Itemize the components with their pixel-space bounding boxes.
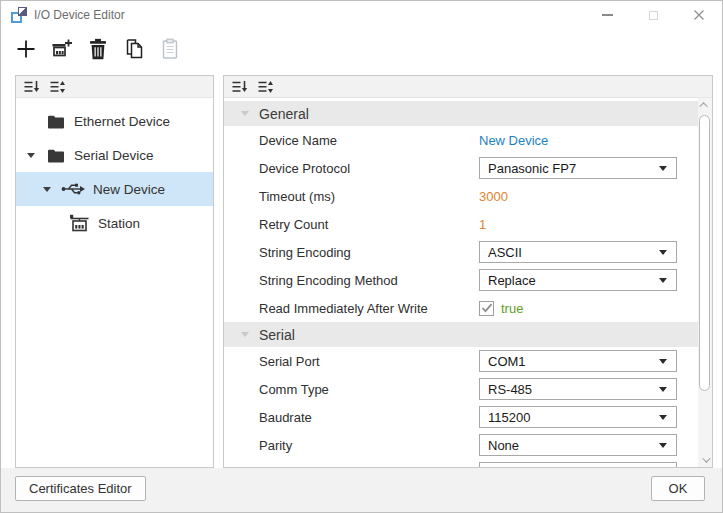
toolbar: [13, 31, 183, 67]
dropdown-value: None: [488, 438, 519, 453]
dropdown-value: Panasonic FP7: [488, 161, 576, 176]
tree-item-new-device[interactable]: New Device: [16, 172, 213, 206]
chevron-up-icon: [699, 102, 707, 110]
close-button[interactable]: [676, 1, 722, 29]
vertical-scrollbar[interactable]: [698, 98, 712, 467]
property-row-baudrate: Baudrate 115200: [224, 403, 698, 431]
folder-icon: [47, 148, 65, 163]
property-row-parity: Parity None: [224, 431, 698, 459]
dropdown-value: 115200: [488, 410, 530, 425]
scroll-up-button[interactable]: [698, 98, 712, 112]
property-row-serial-port: Serial Port COM1: [224, 347, 698, 375]
property-label: Comm Type: [259, 382, 329, 397]
property-panel: General Device Name New Device Device Pr…: [223, 75, 713, 468]
tree-item-label: Station: [98, 216, 140, 231]
add-device-button[interactable]: [13, 35, 39, 63]
chevron-down-icon[interactable]: [27, 153, 35, 158]
section-header-serial[interactable]: Serial: [224, 322, 698, 347]
minimize-icon: [602, 14, 613, 16]
scroll-down-button[interactable]: [698, 453, 712, 467]
copy-icon: [124, 38, 145, 60]
delete-button[interactable]: [85, 35, 111, 63]
tree-item-ethernet-device[interactable]: Ethernet Device: [16, 104, 213, 138]
add-station-button[interactable]: [49, 35, 75, 63]
chevron-down-icon: [659, 443, 667, 448]
read-immediately-checkbox[interactable]: [479, 301, 494, 316]
copy-button[interactable]: [121, 35, 147, 63]
close-icon: [693, 9, 705, 21]
certificates-editor-button[interactable]: Certificates Editor: [15, 476, 146, 501]
device-tree: Ethernet Device Serial Device: [16, 98, 213, 240]
property-row-retry-count: Retry Count 1: [224, 210, 698, 238]
device-name-value[interactable]: New Device: [479, 133, 548, 148]
property-label: Device Protocol: [259, 161, 350, 176]
timeout-value[interactable]: 3000: [479, 189, 508, 204]
property-row-read-immediately: Read Immediately After Write true: [224, 294, 698, 322]
property-row-string-encoding: String Encoding ASCII: [224, 238, 698, 266]
chevron-down-icon: [659, 166, 667, 171]
paste-icon: [160, 38, 180, 60]
property-row-comm-type: Comm Type RS-485: [224, 375, 698, 403]
station-icon: [69, 214, 90, 232]
tree-item-label: Serial Device: [74, 148, 154, 163]
property-label: Read Immediately After Write: [259, 301, 428, 316]
chevron-down-icon[interactable]: [43, 187, 51, 192]
maximize-icon: [649, 11, 658, 20]
property-label: Parity: [259, 438, 292, 453]
chevron-down-icon[interactable]: [241, 332, 249, 337]
baudrate-dropdown[interactable]: 115200: [479, 406, 677, 428]
device-tree-panel: Ethernet Device Serial Device: [15, 75, 214, 468]
delete-icon: [88, 38, 108, 60]
property-label: Data Bits: [259, 466, 312, 468]
property-row-string-encoding-method: String Encoding Method Replace: [224, 266, 698, 294]
device-protocol-dropdown[interactable]: Panasonic FP7: [479, 157, 677, 179]
section-title: General: [259, 106, 309, 122]
property-panel-header: [224, 76, 712, 98]
chevron-down-icon: [659, 250, 667, 255]
title-bar: I/O Device Editor: [1, 1, 722, 29]
string-encoding-dropdown[interactable]: ASCII: [479, 241, 677, 263]
collapse-all-icon[interactable]: [232, 80, 248, 94]
comm-type-dropdown[interactable]: RS-485: [479, 378, 677, 400]
usb-device-icon: [61, 181, 86, 197]
property-grid: General Device Name New Device Device Pr…: [224, 98, 698, 467]
property-row-device-name: Device Name New Device: [224, 126, 698, 154]
dropdown-value: RS-485: [488, 382, 532, 397]
dropdown-value: Replace: [488, 273, 536, 288]
section-title: Serial: [259, 327, 295, 343]
tree-item-label: Ethernet Device: [74, 114, 170, 129]
footer-bar: Certificates Editor OK: [1, 468, 722, 513]
ok-button[interactable]: OK: [651, 476, 705, 501]
chevron-down-icon[interactable]: [241, 111, 249, 116]
string-encoding-method-dropdown[interactable]: Replace: [479, 269, 677, 291]
section-header-general[interactable]: General: [224, 101, 698, 126]
tree-item-label: New Device: [93, 182, 165, 197]
property-label: String Encoding Method: [259, 273, 398, 288]
dropdown-value: ASCII: [488, 245, 522, 260]
dropdown-value: COM1: [488, 354, 526, 369]
minimize-button[interactable]: [584, 1, 630, 29]
maximize-button[interactable]: [630, 1, 676, 29]
tree-item-station[interactable]: Station: [16, 206, 213, 240]
check-icon: [481, 303, 493, 313]
retry-count-value[interactable]: 1: [479, 217, 486, 232]
add-device-icon: [15, 38, 37, 60]
property-label: Serial Port: [259, 354, 320, 369]
chevron-down-icon: [659, 278, 667, 283]
chevron-down-icon: [659, 415, 667, 420]
parity-dropdown[interactable]: None: [479, 434, 677, 456]
collapse-all-icon[interactable]: [24, 80, 40, 94]
property-label: Retry Count: [259, 217, 328, 232]
paste-button[interactable]: [157, 35, 183, 63]
scrollbar-thumb[interactable]: [699, 115, 710, 391]
window-title: I/O Device Editor: [34, 1, 125, 29]
expand-all-icon[interactable]: [258, 80, 274, 94]
tree-item-serial-device[interactable]: Serial Device: [16, 138, 213, 172]
property-label: Timeout (ms): [259, 189, 335, 204]
expand-all-icon[interactable]: [50, 80, 66, 94]
serial-port-dropdown[interactable]: COM1: [479, 350, 677, 372]
add-station-icon: [51, 38, 73, 60]
io-device-editor-window: I/O Device Editor: [0, 0, 723, 513]
data-bits-dropdown[interactable]: 8: [479, 462, 677, 467]
property-label: String Encoding: [259, 245, 351, 260]
